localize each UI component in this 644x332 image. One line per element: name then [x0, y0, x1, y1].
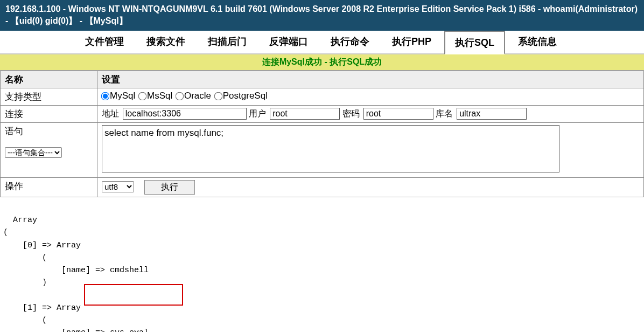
tab-exec-cmd[interactable]: 执行命令 [321, 31, 379, 53]
charset-select[interactable]: utf8 [102, 181, 134, 192]
radio-mysql-label: MySql [110, 91, 135, 101]
header-title: 192.168.1.100 - Windows NT WIN-NTQAGUNM9… [0, 0, 644, 31]
radio-oracle[interactable]: Oracle [176, 91, 211, 101]
tab-bar: 文件管理 搜索文件 扫描后门 反弹端口 执行命令 执行PHP 执行SQL 系统信… [0, 31, 644, 54]
sql-output: Array ( [0] => Array ( [name] => cmdshel… [0, 197, 644, 332]
radio-mssql-label: MsSql [147, 91, 172, 101]
output-text: Array ( [0] => Array ( [name] => cmdshel… [3, 216, 149, 332]
radio-oracle-label: Oracle [184, 91, 211, 101]
pass-label: 密码 [342, 109, 360, 118]
highlight-box [84, 284, 183, 306]
radio-postgresql-label: PostgreSql [223, 91, 268, 101]
row-label-statement: 语句 ---语句集合--- [1, 122, 97, 177]
user-input[interactable] [270, 108, 340, 120]
radio-postgresql[interactable]: PostgreSql [215, 91, 268, 101]
radio-mysql[interactable]: MySql [102, 91, 135, 101]
tab-exec-sql[interactable]: 执行SQL [444, 31, 505, 54]
col-header-settings: 设置 [97, 71, 644, 88]
tab-file-manage[interactable]: 文件管理 [75, 31, 134, 53]
radio-postgresql-input[interactable] [214, 92, 222, 100]
row-label-connection: 连接 [1, 105, 97, 122]
execute-button[interactable]: 执行 [144, 180, 195, 195]
user-label: 用户 [249, 109, 266, 118]
addr-label: 地址 [102, 109, 119, 118]
radio-oracle-input[interactable] [176, 92, 184, 100]
stmt-preset-select[interactable]: ---语句集合--- [5, 147, 62, 158]
tab-exec-php[interactable]: 执行PHP [382, 31, 441, 53]
radio-mysql-input[interactable] [101, 92, 110, 100]
stmt-label-text: 语句 [5, 126, 23, 136]
tab-scan-backdoor[interactable]: 扫描后门 [198, 31, 256, 53]
operate-cell: utf8 执行 [97, 177, 644, 197]
sql-cell [97, 122, 644, 177]
col-header-name: 名称 [1, 71, 97, 88]
status-message: 连接MySql成功 - 执行SQL成功 [0, 54, 644, 71]
db-type-radios: MySql MsSql Oracle PostgreSql [97, 88, 644, 105]
tab-search-file[interactable]: 搜索文件 [137, 31, 195, 53]
db-input[interactable] [457, 108, 527, 120]
sql-form-table: 名称 设置 支持类型 MySql MsSql Oracle PostgreSql… [0, 71, 644, 197]
addr-input[interactable] [123, 108, 247, 120]
radio-mssql-input[interactable] [138, 92, 147, 100]
radio-mssql[interactable]: MsSql [139, 91, 172, 101]
pass-input[interactable] [363, 108, 433, 120]
row-label-dbtype: 支持类型 [1, 88, 97, 105]
row-label-operate: 操作 [1, 177, 97, 197]
sql-textarea[interactable] [102, 125, 559, 172]
tab-sys-info[interactable]: 系统信息 [508, 31, 566, 53]
tab-reverse-port[interactable]: 反弹端口 [260, 31, 318, 53]
connection-fields: 地址 用户 密码 库名 [97, 105, 644, 122]
db-label: 库名 [436, 109, 453, 118]
